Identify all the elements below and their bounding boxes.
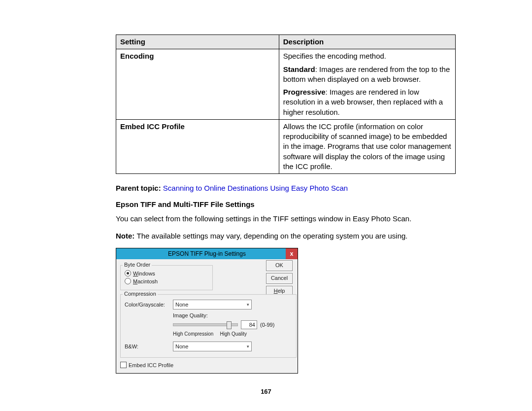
image-quality-label: Image Quality: [173,312,292,318]
settings-table: Setting Description Encoding Specifies t… [116,34,456,174]
parent-topic-line: Parent topic: Scanning to Online Destina… [116,183,456,193]
parent-topic-label: Parent topic: [116,184,163,192]
parent-topic-link[interactable]: Scanning to Online Destinations Using Ea… [163,184,348,192]
image-quality-value[interactable]: 84 [241,320,257,329]
bw-combo[interactable]: None ▾ [173,342,252,351]
radio-icon [125,278,131,284]
close-button[interactable]: x [286,248,298,259]
radio-icon [125,270,131,276]
color-grayscale-label: Color/Grayscale: [125,302,170,308]
desc-line: Specifies the encoding method. [283,51,451,61]
intro-paragraph: You can select from the following settin… [116,213,456,224]
dialog-titlebar: EPSON TIFF Plug-in Settings x [116,248,298,259]
quality-low-label: High Compression [173,331,213,337]
byte-order-group: Byte Order Windows Macintosh [120,265,213,290]
radio-windows[interactable]: Windows [125,270,208,276]
th-description: Description [279,35,455,49]
chevron-down-icon: ▾ [247,344,249,349]
section-heading: Epson TIFF and Multi-TIFF File Settings [116,200,456,208]
setting-name: Embed ICC Profile [120,122,185,131]
slider-thumb[interactable] [227,321,232,329]
cancel-button[interactable]: Cancel [266,273,293,284]
byte-order-legend: Byte Order [123,262,152,268]
embed-icc-checkbox[interactable]: Embed ICC Profile [120,362,294,368]
desc-line: Progressive: Images are rendered in low … [283,87,451,117]
radio-macintosh[interactable]: Macintosh [125,278,208,284]
setting-name: Encoding [120,52,154,60]
th-setting: Setting [116,35,279,49]
image-quality-range: (0-99) [260,322,274,328]
table-row: Embed ICC Profile Allows the ICC profile… [116,119,456,173]
chevron-down-icon: ▾ [247,302,249,307]
compression-legend: Compression [123,291,158,297]
table-row: Encoding Specifies the encoding method. … [116,49,456,120]
desc-line: Standard: Images are rendered from the t… [283,65,451,85]
bw-label: B&W: [125,343,170,349]
compression-group: Compression Color/Grayscale: None ▾ Imag… [120,294,297,358]
ok-button[interactable]: OK [266,260,293,271]
image-quality-slider[interactable] [173,323,238,326]
dialog-title: EPSON TIFF Plug-in Settings [168,250,246,257]
desc-line: Allows the ICC profile (information on c… [279,119,455,173]
checkbox-icon [120,362,127,368]
page-number: 167 [0,388,532,395]
quality-high-label: High Quality [220,331,247,337]
note-paragraph: Note: The available settings may vary, d… [116,231,456,241]
tiff-plugin-dialog: EPSON TIFF Plug-in Settings x OK Cancel … [116,248,298,374]
color-grayscale-combo[interactable]: None ▾ [173,300,252,309]
